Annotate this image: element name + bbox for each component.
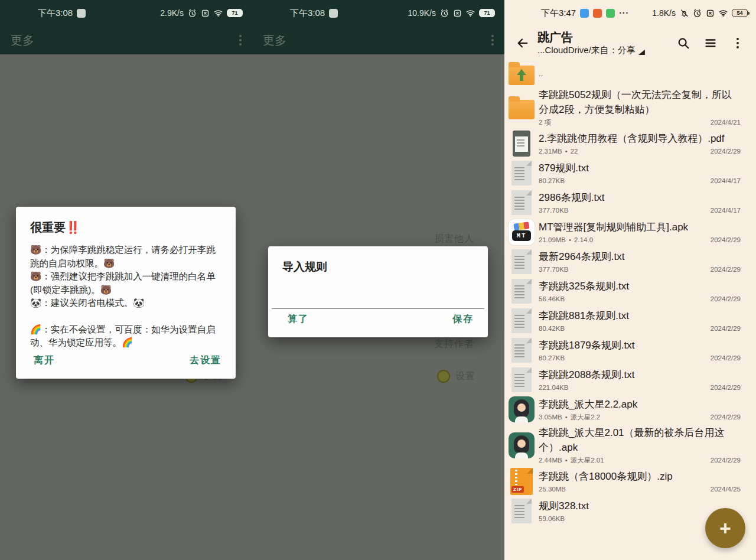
- wifi-icon: [214, 9, 223, 18]
- leave-button[interactable]: 离开: [34, 354, 55, 367]
- file-row[interactable]: ..: [504, 60, 756, 86]
- panel-right-file-manager: 下午3:47 ··· 1.8K/s 54 跳广告 ...CloudDrive/来: [504, 0, 756, 560]
- import-rules-dialog: 导入规则 算了 保存: [268, 246, 488, 337]
- file-row[interactable]: 2986条规则.txt 377.70KB 2024/4/17: [504, 188, 756, 217]
- file-size: 80.42KB: [539, 324, 565, 334]
- mute-bell-icon: [680, 9, 689, 18]
- file-size: 2.44MB: [539, 455, 562, 465]
- scrimmed-content: 设置 很重要‼️ 🐻：为保障李跳跳稳定运行，请务必打开李跳跳的自启动权限。🐻🐻：…: [0, 54, 252, 560]
- file-name: 879规则.txt: [539, 161, 741, 175]
- alarm-icon: [188, 9, 197, 18]
- file-size: 59.06KB: [539, 514, 565, 524]
- file-size: 25.30MB: [539, 484, 566, 494]
- folder-icon: [509, 100, 535, 119]
- search-icon[interactable]: [672, 32, 695, 54]
- file-date: 2024/2/29: [711, 455, 741, 465]
- file-meta: 80.42KB 2024/2/29: [539, 324, 741, 334]
- file-row[interactable]: 李跳跳_派大星2.2.apk 3.05MB • 派大星2.2 2024/2/29: [504, 395, 756, 424]
- pdf-thumbnail-icon: [513, 131, 530, 157]
- appbar-more: 更多: [252, 26, 504, 54]
- file-row[interactable]: 李跳跳_派大星2.01（最新的被杀后台用这个）.apk 2.44MB • 派大星…: [504, 424, 756, 467]
- network-speed: 10.9K/s: [408, 8, 436, 18]
- file-meta: 80.27KB 2024/4/17: [539, 176, 741, 186]
- dialog-title: 很重要‼️: [30, 220, 221, 236]
- top-chrome: 下午3:08 10.9K/s 71 更多: [252, 0, 504, 54]
- litiaotiao-apk-icon: [509, 432, 535, 458]
- title-block[interactable]: 跳广告 ...CloudDrive/来自：分享: [537, 30, 672, 56]
- file-name: 李跳跳_派大星2.01（最新的被杀后台用这个）.apk: [539, 425, 741, 455]
- file-meta: 221.04KB 2024/2/29: [539, 383, 741, 393]
- panel-left-more-screen: 下午3:08 2.9K/s 71 更多 设置: [0, 0, 252, 560]
- overflow-menu-icon[interactable]: [726, 32, 749, 54]
- text-file-icon: [511, 161, 532, 185]
- appbar-file-manager: 跳广告 ...CloudDrive/来自：分享: [504, 26, 756, 60]
- file-row[interactable]: ZIP 李跳跳（含18000条规则）.zip 25.30MB 2024/4/25: [504, 467, 756, 496]
- network-speed: 2.9K/s: [160, 8, 184, 18]
- back-arrow-icon[interactable]: [513, 33, 533, 53]
- file-name: 李跳跳325条规则.txt: [539, 279, 741, 294]
- text-file-icon: [511, 499, 532, 523]
- text-file-icon: [511, 308, 532, 333]
- file-date: 2024/2/29: [711, 412, 741, 422]
- text-file-icon: [511, 190, 532, 215]
- file-date: 2024/2/29: [711, 324, 741, 334]
- file-row[interactable]: 李跳跳2088条规则.txt 221.04KB 2024/2/29: [504, 365, 756, 395]
- go-to-settings-button[interactable]: 去设置: [190, 354, 221, 367]
- no-sim-icon: [201, 9, 210, 18]
- file-row[interactable]: 最新2964条规则.txt 377.70KB 2024/2/29: [504, 247, 756, 276]
- file-row[interactable]: 李跳跳325条规则.txt 56.46KB 2024/2/29: [504, 276, 756, 306]
- breadcrumb-path: ...CloudDrive/来自：分享: [537, 44, 636, 56]
- overflow-menu-icon[interactable]: [491, 35, 494, 45]
- settings-label: 设置: [455, 370, 475, 383]
- file-meta: 56.46KB 2024/2/29: [539, 294, 741, 304]
- file-row[interactable]: 2.李跳跳使用教程（含规则导入教程）.pdf 2.31MB • 22 2024/…: [504, 129, 756, 158]
- file-size: 56.46KB: [539, 294, 565, 304]
- file-list: .. 李跳跳5052规则（一次无法完全复制，所以分成2段，方便复制粘贴） 2 项…: [504, 60, 756, 560]
- file-name: 2986条规则.txt: [539, 190, 741, 205]
- overflow-menu-icon[interactable]: [239, 35, 242, 45]
- notification-app-icon-orange: [593, 9, 602, 18]
- notification-app-icon-blue: [580, 9, 589, 18]
- file-row[interactable]: MT MT管理器[复制规则辅助工具].apk 21.09MB • 2.14.0 …: [504, 217, 756, 247]
- file-size: 2.31MB: [539, 146, 562, 157]
- file-row[interactable]: 879规则.txt 80.27KB 2024/4/17: [504, 158, 756, 188]
- file-date: 2024/2/29: [711, 353, 741, 363]
- file-size: 377.70KB: [539, 265, 569, 275]
- file-row[interactable]: 李跳跳1879条规则.txt 80.27KB 2024/2/29: [504, 336, 756, 365]
- file-meta: 25.30MB 2024/4/25: [539, 484, 741, 494]
- file-row[interactable]: 李跳跳5052规则（一次无法完全复制，所以分成2段，方便复制粘贴） 2 项 20…: [504, 86, 756, 129]
- file-meta: 377.70KB 2024/2/29: [539, 265, 741, 275]
- file-name: 李跳跳_派大星2.2.apk: [539, 397, 741, 412]
- clock: 下午3:08: [290, 8, 325, 19]
- file-size: 221.04KB: [539, 383, 569, 393]
- file-name: 规则328.txt: [539, 499, 741, 513]
- file-size: 21.09MB: [539, 235, 566, 245]
- alarm-icon: [440, 9, 449, 18]
- dismiss-button[interactable]: 算了: [288, 313, 309, 325]
- file-date: 2024/4/17: [711, 176, 741, 186]
- page-title: 更多: [11, 32, 34, 48]
- background-item-2: 支持作者: [434, 338, 474, 350]
- file-name: 最新2964条规则.txt: [539, 249, 741, 264]
- statusbar: 下午3:08 2.9K/s 71: [0, 0, 252, 26]
- file-size: 2 项: [539, 118, 551, 128]
- battery-indicator: 54: [732, 9, 748, 17]
- view-list-icon[interactable]: [699, 32, 722, 54]
- file-size: 80.27KB: [539, 353, 565, 363]
- folder-up-icon: [509, 66, 535, 85]
- save-button[interactable]: 保存: [452, 313, 474, 325]
- file-meta: 21.09MB • 2.14.0 2024/2/29: [539, 235, 741, 245]
- network-speed: 1.8K/s: [652, 8, 676, 18]
- important-notice-dialog: 很重要‼️ 🐻：为保障李跳跳稳定运行，请务必打开李跳跳的自启动权限。🐻🐻：强烈建…: [16, 207, 236, 379]
- file-meta: 377.70KB 2024/4/17: [539, 206, 741, 216]
- file-date: 2024/4/25: [711, 484, 741, 494]
- folder-title: 跳广告: [537, 31, 573, 44]
- notification-app-icon: [77, 9, 86, 18]
- notification-app-icon-green: [606, 9, 615, 18]
- add-fab-button[interactable]: +: [705, 508, 745, 548]
- statusbar: 下午3:08 10.9K/s 71: [252, 0, 504, 26]
- file-row[interactable]: 李跳跳881条规则.txt 80.42KB 2024/2/29: [504, 306, 756, 336]
- file-extra: 派大星2.2: [571, 412, 601, 422]
- file-date: 2024/2/29: [711, 235, 741, 245]
- file-meta: 2 项 2024/4/21: [539, 118, 741, 128]
